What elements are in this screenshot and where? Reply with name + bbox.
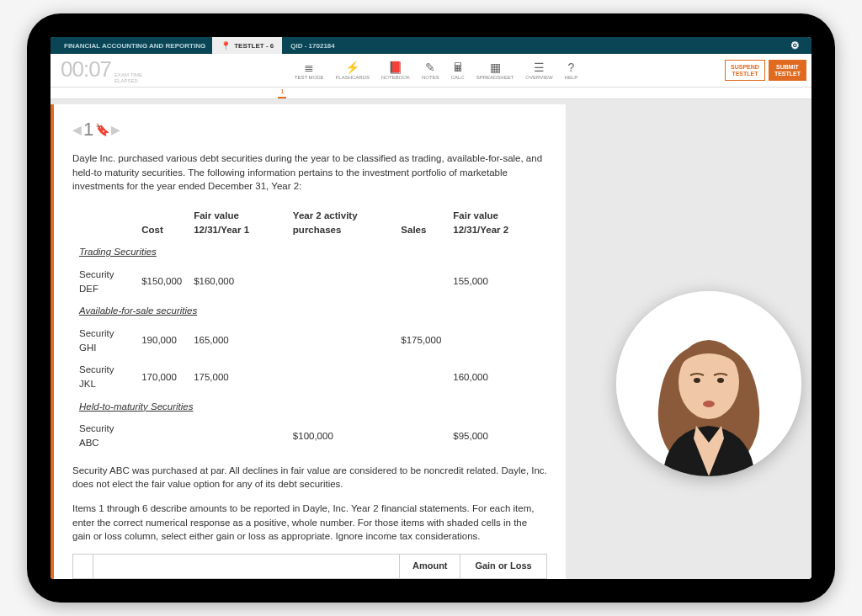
section-afs: Available-for-sale securities: [74, 300, 545, 321]
timer: 00:07 EXAM TIME ELAPSED: [56, 56, 147, 83]
subject-title: FINANCIAL ACCOUNTING AND REPORTING: [57, 42, 212, 50]
col-sales: Sales: [396, 205, 446, 240]
table-row: Security GHI 190,000 165,000 $175,000: [74, 323, 545, 358]
gear-icon[interactable]: ⚙: [790, 40, 805, 51]
question-para2: Security ABC was purchased at par. All d…: [72, 464, 547, 491]
help-icon: ?: [568, 61, 575, 74]
calc-icon: 🖩: [452, 61, 464, 74]
submit-buttons: SUSPENDTESTLET SUBMITTESTLET: [725, 60, 806, 81]
topbar: FINANCIAL ACCOUNTING AND REPORTING 📍 TES…: [51, 37, 811, 54]
section-trading: Trading Securities: [74, 242, 545, 263]
col-fv-y1: Fair value 12/31/Year 1: [189, 205, 286, 240]
tool-notes[interactable]: ✎NOTES: [417, 59, 444, 82]
tool-help[interactable]: ?HELP: [560, 59, 583, 82]
presenter-avatar-icon: [616, 291, 801, 476]
col-gain-loss: Gain or Loss: [460, 555, 547, 579]
testlet-tab[interactable]: 📍 TESTLET - 6: [212, 37, 282, 54]
presenter-video[interactable]: [616, 291, 801, 476]
book-icon: 📕: [388, 61, 402, 74]
tool-icons: ≣TEST MODE ⚡FLASHCARDS 📕NOTEBOOK ✎NOTES …: [151, 59, 721, 82]
tablet-frame: FINANCIAL ACCOUNTING AND REPORTING 📍 TES…: [27, 13, 835, 603]
timer-label: EXAM TIME ELAPSED: [114, 72, 142, 83]
tool-flashcards[interactable]: ⚡FLASHCARDS: [331, 59, 375, 82]
question-para3: Items 1 through 6 describe amounts to be…: [72, 502, 547, 544]
list-icon: ☰: [534, 61, 545, 74]
bars-icon: ≣: [304, 61, 314, 74]
tabstrip: 1: [51, 88, 811, 99]
svg-point-4: [703, 401, 715, 407]
tool-notebook[interactable]: 📕NOTEBOOK: [376, 59, 415, 82]
col-cost: Cost: [136, 205, 187, 240]
col-amount: Amount: [400, 555, 460, 579]
qid-label: QID - 1702184: [282, 42, 343, 50]
tool-calc[interactable]: 🖩CALC: [446, 59, 470, 82]
next-arrow-icon[interactable]: ▶: [111, 121, 120, 138]
tool-test-mode[interactable]: ≣TEST MODE: [290, 59, 329, 82]
question-intro: Dayle Inc. purchased various debt securi…: [72, 151, 547, 194]
table-row: Security ABC $100,000 $95,000: [74, 418, 545, 453]
section-htm: Held-to-maturity Securities: [74, 396, 545, 417]
timer-value: 00:07: [61, 56, 111, 82]
question-card: ◀ 1 🔖 ▶ Dayle Inc. purchased various deb…: [51, 104, 566, 579]
toolbar: 00:07 EXAM TIME ELAPSED ≣TEST MODE ⚡FLAS…: [51, 54, 811, 88]
svg-point-3: [717, 378, 724, 383]
tool-overview[interactable]: ☰OVERVIEW: [520, 59, 557, 82]
pin-icon: 📍: [221, 41, 231, 50]
tab-1[interactable]: 1: [278, 88, 286, 98]
question-nav: ◀ 1 🔖 ▶: [72, 116, 547, 143]
note-icon: ✎: [425, 61, 435, 74]
submit-button[interactable]: SUBMITTESTLET: [769, 60, 806, 81]
answer-row: 1 Carrying amount of security ABC at Dec…: [73, 578, 547, 579]
gain-loss-cell[interactable]: [460, 578, 547, 579]
suspend-button[interactable]: SUSPENDTESTLET: [725, 60, 765, 81]
col-y2-purch: Year 2 activity purchases: [288, 205, 394, 240]
question-number: 1: [83, 116, 93, 143]
bolt-icon: ⚡: [345, 61, 359, 74]
answer-table: Amount Gain or Loss 1 Carrying amount of…: [72, 554, 547, 579]
securities-table: Cost Fair value 12/31/Year 1 Year 2 acti…: [72, 204, 547, 455]
bookmark-icon[interactable]: 🔖: [95, 121, 109, 138]
table-row: Security JKL 170,000 175,000 160,000: [74, 359, 545, 394]
svg-point-2: [694, 378, 700, 383]
grid-icon: ▦: [490, 61, 501, 74]
testlet-label: TESTLET - 6: [234, 42, 274, 50]
col-fv-y2: Fair value 12/31/Year 2: [448, 205, 545, 240]
prev-arrow-icon[interactable]: ◀: [72, 121, 82, 138]
tool-spreadsheet[interactable]: ▦SPREADSHEET: [471, 59, 519, 82]
table-row: Security DEF $150,000 $160,000 155,000: [74, 264, 545, 299]
